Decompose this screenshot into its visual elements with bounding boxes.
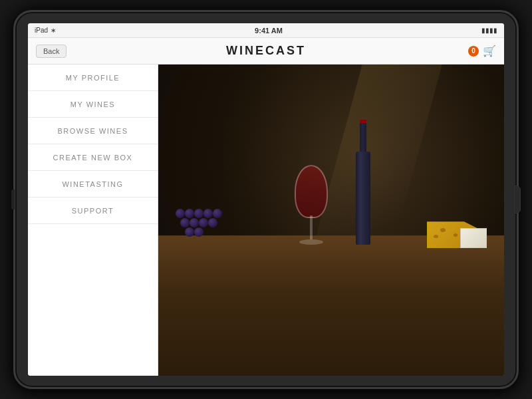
wifi-icon: ∗ (51, 27, 56, 34)
content-area (158, 65, 504, 376)
grape (213, 209, 222, 218)
grape (194, 209, 203, 218)
grapes (176, 202, 229, 242)
screen: iPad ∗ 9:41 AM ▮▮▮▮ Back WINECAST 0 🛒 (28, 23, 504, 376)
status-left: iPad ∗ (35, 27, 56, 34)
cheese-hole (434, 235, 438, 238)
bottle-neck (360, 123, 366, 153)
table-surface (158, 235, 504, 376)
cart-badge: 0 (468, 46, 479, 57)
glass-base (299, 239, 323, 245)
grape (194, 227, 203, 237)
cart-icon[interactable]: 🛒 (483, 45, 496, 57)
glass-stem (310, 215, 313, 239)
sidebar-item-support[interactable]: SUPPORT (28, 198, 158, 224)
sidebar: MY PROFILE MY WINES BROWSE WINES CREATE … (28, 65, 158, 376)
sidebar-item-my-wines[interactable]: MY WINES (28, 91, 158, 118)
grape (190, 218, 199, 227)
app-title: WINECAST (226, 44, 306, 58)
cheese-wedge (427, 215, 487, 248)
status-bar: iPad ∗ 9:41 AM ▮▮▮▮ (28, 23, 504, 38)
bottle-body (356, 152, 370, 245)
cheese-hole (440, 228, 446, 232)
wine-glass (291, 145, 331, 251)
hero-image (158, 65, 504, 376)
device-frame: iPad ∗ 9:41 AM ▮▮▮▮ Back WINECAST 0 🛒 (13, 10, 519, 389)
sidebar-item-winetasting[interactable]: WINETASTING (28, 171, 158, 198)
grape (208, 218, 217, 227)
cheese-hole (454, 233, 458, 237)
battery-indicator: ▮▮▮▮ (481, 27, 497, 34)
grape (199, 218, 208, 227)
main-layout: MY PROFILE MY WINES BROWSE WINES CREATE … (28, 65, 504, 376)
grape (176, 209, 185, 218)
glass-bowl (295, 165, 328, 218)
sidebar-item-browse-wines[interactable]: BROWSE WINES (28, 118, 158, 144)
grape (203, 209, 213, 218)
app-content: Back WINECAST 0 🛒 MY PROFILE MY WINES (28, 38, 504, 376)
grape (185, 209, 194, 218)
app-header: Back WINECAST 0 🛒 (28, 38, 504, 65)
wine-bottle (354, 125, 372, 245)
status-time: 9:41 AM (255, 27, 283, 35)
battery-icon: ▮▮▮▮ (481, 27, 497, 34)
grape (185, 227, 194, 237)
header-right: 0 🛒 (468, 45, 496, 57)
cheese-white (460, 228, 487, 248)
sidebar-item-my-profile[interactable]: MY PROFILE (28, 65, 158, 91)
back-button[interactable]: Back (36, 45, 66, 58)
grape (180, 218, 190, 227)
sidebar-item-create-new-box[interactable]: CREATE NEW BOX (28, 144, 158, 171)
ipad-label: iPad (35, 27, 48, 34)
